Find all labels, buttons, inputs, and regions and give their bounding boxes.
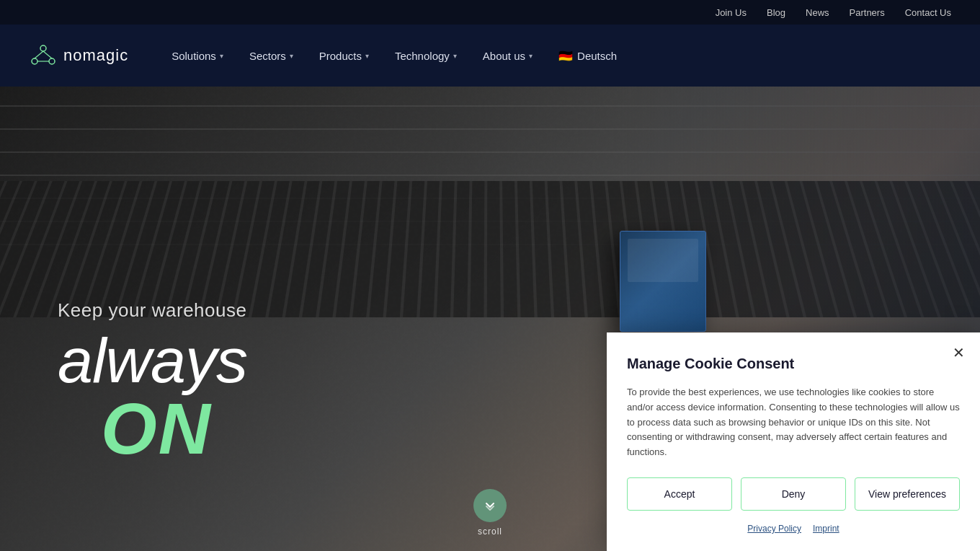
chevron-down-icon: ▾: [290, 52, 293, 60]
cookie-accept-button[interactable]: Accept: [627, 477, 732, 511]
topbar-news[interactable]: News: [806, 7, 829, 18]
topbar-join-us[interactable]: Join Us: [716, 7, 747, 18]
svg-point-0: [40, 45, 46, 51]
nav-language[interactable]: 🇩🇪 Deutsch: [558, 49, 617, 63]
scroll-indicator[interactable]: scroll: [473, 489, 507, 537]
svg-point-1: [32, 58, 37, 64]
nav-sectors[interactable]: Sectors ▾: [249, 50, 293, 62]
german-flag-icon: 🇩🇪: [558, 49, 573, 63]
nav-about-us[interactable]: About us ▾: [483, 50, 533, 62]
chevron-down-icon: ▾: [453, 52, 457, 60]
topbar-partners[interactable]: Partners: [850, 7, 885, 18]
logo-text: nomagic: [63, 46, 128, 65]
chevron-down-icon: ▾: [220, 52, 223, 60]
cookie-privacy-link[interactable]: Privacy Policy: [747, 524, 801, 534]
main-nav: nomagic Solutions ▾ Sectors ▾ Products ▾…: [0, 25, 980, 87]
top-bar: Join Us Blog News Partners Contact Us: [0, 0, 980, 25]
cookie-preferences-button[interactable]: View preferences: [855, 477, 960, 511]
nav-products[interactable]: Products ▾: [319, 50, 369, 62]
topbar-blog[interactable]: Blog: [767, 7, 785, 18]
scroll-button[interactable]: [473, 489, 507, 522]
cookie-modal: ✕ Manage Cookie Consent To provide the b…: [607, 332, 980, 551]
chevron-down-icon: ▾: [365, 52, 369, 60]
language-label: Deutsch: [577, 50, 617, 62]
hero-title-main: always: [58, 329, 247, 392]
chevron-down-icon: ▾: [529, 52, 533, 60]
svg-point-2: [49, 58, 55, 64]
nav-technology[interactable]: Technology ▾: [395, 50, 457, 62]
nav-links: Solutions ▾ Sectors ▾ Products ▾ Technol…: [172, 49, 951, 63]
cookie-consent-overlay: ✕ Manage Cookie Consent To provide the b…: [607, 332, 980, 551]
hero-content: Keep your warehouse always ON: [58, 299, 247, 464]
cookie-close-button[interactable]: ✕: [948, 343, 968, 363]
logo[interactable]: nomagic: [29, 41, 128, 70]
svg-line-3: [35, 51, 43, 58]
hero-subtitle: Keep your warehouse: [58, 299, 247, 322]
cookie-links: Privacy Policy Imprint: [627, 524, 960, 534]
hero-title-accent: ON: [101, 392, 247, 464]
cookie-body-text: To provide the best experiences, we use …: [627, 385, 960, 460]
nav-solutions[interactable]: Solutions ▾: [172, 50, 223, 62]
cookie-buttons: Accept Deny View preferences: [627, 477, 960, 511]
topbar-contact-us[interactable]: Contact Us: [905, 7, 951, 18]
svg-line-4: [43, 51, 52, 58]
cookie-deny-button[interactable]: Deny: [741, 477, 846, 511]
cookie-imprint-link[interactable]: Imprint: [813, 524, 839, 534]
scroll-label: scroll: [478, 526, 502, 537]
cookie-title: Manage Cookie Consent: [627, 356, 960, 372]
